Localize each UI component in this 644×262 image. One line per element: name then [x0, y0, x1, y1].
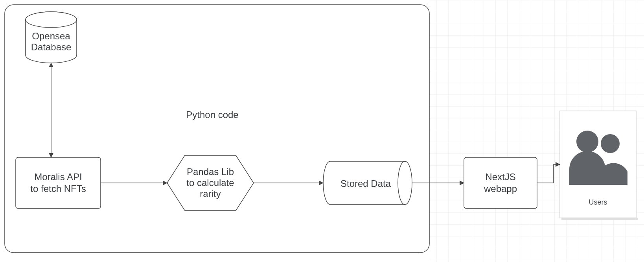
edge-nextjs-users [537, 164, 560, 183]
container-label: Python code [186, 109, 238, 120]
pandas-label-2: to calculate [186, 177, 234, 188]
opensea-label-2: Database [31, 42, 72, 52]
svg-point-1 [26, 12, 77, 28]
svg-point-7 [601, 134, 620, 153]
nextjs-label-1: NextJS [485, 172, 515, 182]
pandas-lib-node: Pandas Lib to calculate rarity [167, 155, 254, 210]
nextjs-webapp-node: NextJS webapp [464, 157, 537, 208]
svg-rect-2 [16, 157, 101, 208]
opensea-label-1: Opensea [32, 31, 70, 41]
moralis-label-1: Moralis API [34, 172, 82, 182]
moralis-api-node: Moralis API to fetch NFTs [16, 157, 101, 208]
svg-rect-5 [561, 218, 638, 220]
nextjs-label-2: webapp [484, 183, 517, 194]
pandas-label-3: rarity [200, 188, 221, 199]
svg-rect-3 [464, 157, 537, 208]
stored-label: Stored Data [340, 178, 391, 189]
users-node: Users [560, 111, 638, 220]
diagram-canvas: Python code Opensea Database Moralis API… [0, 0, 644, 262]
svg-point-6 [576, 131, 598, 153]
moralis-label-2: to fetch NFTs [30, 183, 86, 194]
stored-data-node: Stored Data [323, 161, 412, 205]
pandas-label-1: Pandas Lib [187, 166, 234, 177]
opensea-database-node: Opensea Database [26, 12, 77, 63]
users-label: Users [589, 198, 607, 206]
